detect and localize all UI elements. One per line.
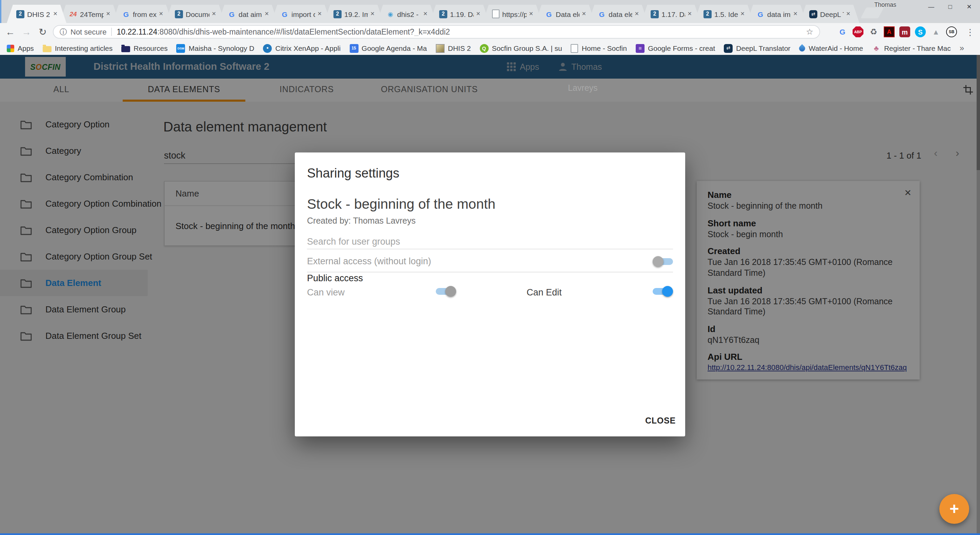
bookmarks-overflow-icon[interactable]: » — [960, 43, 964, 53]
sb-extension-icon[interactable]: SB — [946, 26, 957, 37]
tab-title: Data ele — [556, 10, 580, 18]
tab-title: import c — [291, 10, 315, 18]
bookmark-apps[interactable]: Apps — [7, 44, 34, 52]
tab-title: data imp — [767, 10, 791, 18]
tab-close-icon[interactable]: ✕ — [212, 11, 216, 17]
tab-close-icon[interactable]: ✕ — [106, 11, 110, 17]
synology-icon: DSM — [177, 44, 185, 53]
tab-close-icon[interactable]: ✕ — [529, 11, 533, 17]
bookmark-star-icon[interactable]: ☆ — [806, 27, 813, 37]
bookmark[interactable]: ♣Register - Thare Mac — [872, 44, 951, 53]
tab-title: https://p — [502, 10, 527, 18]
toggle-knob — [445, 286, 456, 297]
maximize-button[interactable]: □ — [941, 0, 960, 14]
tab-close-icon[interactable]: ✕ — [423, 11, 428, 17]
tab-close-icon[interactable]: ✕ — [318, 11, 322, 17]
browser-tab-dhis2[interactable]: 2DHIS 2 M✕ — [7, 5, 67, 23]
browser-tab[interactable]: 21.17. Dat✕ — [641, 5, 701, 23]
browser-tab[interactable]: ⇄DeepL Tr✕ — [800, 5, 859, 23]
tab-close-icon[interactable]: ✕ — [740, 11, 745, 17]
google-favicon-icon: G — [756, 10, 764, 18]
skype-extension-icon[interactable]: S — [915, 26, 926, 37]
tab-close-icon[interactable]: ✕ — [53, 11, 57, 17]
tab-title: 1.19. Dat — [450, 10, 474, 18]
browser-tab[interactable]: 21.5. Iden✕ — [694, 5, 754, 23]
tab-title: Docume — [186, 10, 210, 18]
browser-tab[interactable]: https://p✕ — [482, 5, 542, 23]
tab-close-icon[interactable]: ✕ — [476, 11, 480, 17]
tab-close-icon[interactable]: ✕ — [793, 11, 798, 17]
reload-icon[interactable]: ↻ — [35, 23, 50, 41]
tab-title: 1.5. Iden — [714, 10, 738, 18]
water-drop-icon — [798, 44, 807, 52]
bookmark[interactable]: DSMMaisha - Synology D — [177, 44, 255, 53]
translate-extension-icon[interactable]: G — [837, 26, 848, 37]
dhis-favicon-icon: 2 — [703, 10, 712, 18]
browser-titlebar: 2DHIS 2 M✕ 2424Templ✕ Gfrom exc✕ 2Docume… — [0, 0, 980, 23]
browser-tab[interactable]: Gdat aim✕ — [218, 5, 278, 23]
forward-icon[interactable]: → — [19, 23, 34, 41]
acrobat-extension-icon[interactable]: A — [884, 26, 895, 37]
dhis-favicon-icon: 2 — [333, 10, 342, 18]
can-edit-toggle[interactable] — [653, 286, 673, 297]
chrome-menu-icon[interactable]: ⋮ — [966, 23, 975, 41]
bookmark[interactable]: WaterAid - Home — [799, 44, 863, 52]
browser-tab[interactable]: Gdata ele✕ — [588, 5, 648, 23]
bookmark-label: DeepL Translator — [736, 44, 790, 52]
browser-tab[interactable]: 2424Templ✕ — [60, 5, 119, 23]
info-icon[interactable]: ⓘ — [60, 27, 67, 37]
bookmark[interactable]: ⇄DeepL Translator — [724, 44, 790, 53]
recycle-extension-icon[interactable]: ♻ — [868, 26, 879, 37]
bookmark-label: Citrix XenApp - Appli — [275, 44, 340, 52]
tab-close-icon[interactable]: ✕ — [687, 11, 692, 17]
browser-tab[interactable]: 219.2. Imp✕ — [324, 5, 383, 23]
bookmark[interactable]: •Citrix XenApp - Appli — [263, 44, 340, 53]
back-icon[interactable]: ← — [3, 23, 18, 41]
drive-extension-icon[interactable]: ▲ — [931, 26, 941, 37]
bookmark[interactable]: QSocfin Group S.A. | su — [479, 44, 562, 53]
bookmark-label: Register - Thare Mac — [884, 44, 951, 52]
bookmark-label: Home - Socfin — [582, 44, 627, 52]
minimize-button[interactable]: — — [922, 0, 941, 14]
mendeley-extension-icon[interactable]: m — [899, 26, 910, 37]
new-tab-button[interactable] — [861, 8, 884, 18]
window-border — [0, 533, 980, 535]
bookmark[interactable]: Home - Socfin — [571, 44, 627, 53]
file-icon — [571, 44, 578, 53]
browser-tab[interactable]: Gimport c✕ — [271, 5, 331, 23]
bookmark[interactable]: DHIS 2 — [436, 44, 471, 53]
address-bar[interactable]: ⓘ Not secure 10.22.11.24:8080/dhis/dhis-… — [53, 25, 820, 39]
tab-close-icon[interactable]: ✕ — [265, 11, 269, 17]
chrome-profile-name[interactable]: Thomas — [874, 2, 896, 8]
tab-close-icon[interactable]: ✕ — [846, 11, 851, 17]
external-access-toggle[interactable] — [653, 256, 673, 267]
close-window-button[interactable]: ✕ — [960, 0, 978, 14]
browser-tab[interactable]: Gdata imp✕ — [747, 5, 807, 23]
browser-tab[interactable]: Gfrom exc✕ — [113, 5, 172, 23]
tab-close-icon[interactable]: ✕ — [371, 11, 375, 17]
bookmark[interactable]: Resources — [121, 44, 167, 52]
socfin-icon: Q — [479, 44, 488, 53]
url-path: :8080/dhis/dhis-web-maintenance/#/list/d… — [157, 28, 450, 36]
browser-tab[interactable]: GData ele✕ — [535, 5, 595, 23]
created-by-label: Created by: Thomas Lavreys — [307, 216, 416, 226]
user-group-search-input[interactable] — [307, 234, 673, 249]
close-button[interactable]: CLOSE — [645, 416, 676, 425]
adblock-extension-icon[interactable]: ABP — [853, 26, 864, 37]
bookmark[interactable]: Interesting articles — [43, 44, 113, 52]
browser-tab[interactable]: 21.19. Dat✕ — [430, 5, 489, 23]
bookmark-label: DHIS 2 — [448, 44, 471, 52]
bookmark-label: Apps — [18, 44, 34, 52]
browser-tab[interactable]: ◉dhis2 - D✕ — [377, 5, 436, 23]
bookmark[interactable]: 15Google Agenda - Ma — [349, 44, 427, 53]
bookmark[interactable]: ≡Google Forms - creat — [636, 44, 715, 53]
browser-tab[interactable]: 2Docume✕ — [165, 5, 225, 23]
tab-close-icon[interactable]: ✕ — [635, 11, 639, 17]
public-access-label: Public access — [307, 273, 363, 283]
can-view-toggle[interactable] — [436, 286, 456, 297]
tab-close-icon[interactable]: ✕ — [159, 11, 163, 17]
tab-title: DeepL Tr — [820, 10, 844, 18]
add-fab-button[interactable]: + — [939, 494, 969, 524]
tab-close-icon[interactable]: ✕ — [582, 11, 586, 17]
dhis-favicon-icon: 2 — [439, 10, 447, 18]
